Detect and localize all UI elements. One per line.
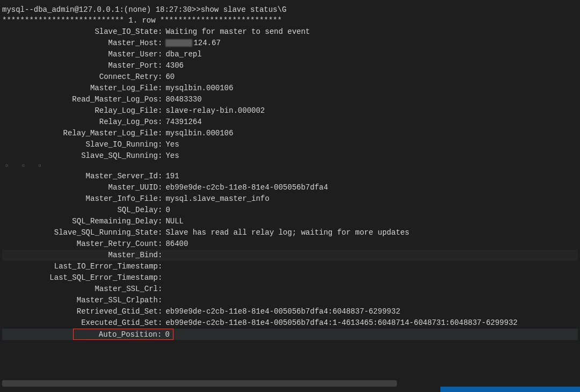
value [162,284,165,295]
row-last-io-error-ts: Last_IO_Error_Timestamp: [2,261,578,272]
value: eb99e9de-c2cb-11e8-81e4-005056b7dfa4:604… [162,306,400,317]
key: Master_Port [2,60,158,71]
key: SQL_Delay [2,205,158,216]
value: Slave has read all relay log; waiting fo… [162,227,409,238]
row-relay-log-pos: Relay_Log_Pos:74391264 [2,117,578,128]
value: 124.67 [162,38,220,49]
value: slave-relay-bin.000002 [162,105,265,117]
value: dba_repl [162,49,201,60]
key: Last_SQL_Error_Timestamp [2,272,158,284]
key: Relay_Log_File [2,105,158,117]
value: mysqlbin.000106 [162,83,233,94]
value [162,261,165,272]
key: Relay_Log_Pos [2,117,158,128]
key: Master_Info_File [2,193,158,205]
value [162,250,165,261]
key: Master_Host [2,38,158,49]
value: 60 [162,71,175,83]
value: 80483330 [162,94,201,105]
value: Yes [162,150,179,162]
row-executed-gtid-set: Executed_Gtid_Set:eb99e9de-c2cb-11e8-81e… [2,317,578,329]
value: 86400 [162,238,188,250]
key: Executed_Gtid_Set [2,317,158,329]
row-master-ssl-crlpath: Master_SSL_Crlpath: [2,295,578,306]
value: mysql.slave_master_info [162,193,269,205]
row-connect-retry: Connect_Retry:60 [2,71,578,83]
key: Slave_SQL_Running_State [2,227,158,238]
key: Master_UUID [2,182,158,193]
row-master-retry-count: Master_Retry_Count:86400 [2,238,578,250]
value: 4306 [162,60,184,71]
row-relay-log-file: Relay_Log_File:slave-relay-bin.000002 [2,105,578,117]
key: Master_Server_Id [2,171,158,182]
key: Auto_Position [74,329,157,340]
prompt-line: mysql--dba_admin@127.0.0.1:(none) 18:27:… [2,4,578,15]
row-sql-delay: SQL_Delay:0 [2,205,578,216]
ellipsis-separator: ○ ○ ○ [2,162,578,171]
row-auto-position-highlighted: Auto_Position:0 [73,329,173,340]
host-suffix: 124.67 [193,39,220,47]
key: Master_SSL_Crl [2,284,158,295]
row-master-uuid: Master_UUID:eb99e9de-c2cb-11e8-81e4-0050… [2,182,578,193]
row-master-host: Master_Host:124.67 [2,38,578,49]
key: Master_Log_File [2,83,158,94]
key: Retrieved_Gtid_Set [2,306,158,317]
value: 74391264 [162,117,201,128]
key: Connect_Retry [2,71,158,83]
row-master-user: Master_User:dba_repl [2,49,578,60]
value: eb99e9de-c2cb-11e8-81e4-005056b7dfa4 [162,182,328,193]
value: 0 [162,205,170,216]
key: Slave_IO_Running [2,139,158,150]
row-master-ssl-crl: Master_SSL_Crl: [2,284,578,295]
row-slave-sql-running-state: Slave_SQL_Running_State:Slave has read a… [2,227,578,238]
row-sql-remaining-delay: SQL_Remaining_Delay:NULL [2,216,578,227]
row-master-bind: Master_Bind: [2,250,578,261]
row-slave-io-running: Slave_IO_Running:Yes [2,139,578,150]
value: Yes [162,139,179,150]
row-slave-io-state: Slave_IO_State:Waiting for master to sen… [2,26,578,38]
redacted-ip [165,39,192,47]
key: Master_Retry_Count [2,238,158,250]
key: Relay_Master_Log_File [2,128,158,139]
key: Slave_IO_State [2,26,158,38]
row-retrieved-gtid-set: Retrieved_Gtid_Set:eb99e9de-c2cb-11e8-81… [2,306,578,317]
key: Master_SSL_Crlpath [2,295,158,306]
key: Master_User [2,49,158,60]
row-auto-position-wrapper: Auto_Position:0 [2,329,578,340]
row-slave-sql-running: Slave_SQL_Running:Yes [2,150,578,162]
row-master-log-file: Master_Log_File:mysqlbin.000106 [2,83,578,94]
key: Slave_SQL_Running [2,150,158,162]
row-master-server-id: Master_Server_Id:191 [2,171,578,182]
row-read-master-log-pos: Read_Master_Log_Pos:80483330 [2,94,578,105]
value: 191 [162,171,179,182]
status-bar-segment [440,387,580,392]
key: Last_IO_Error_Timestamp [2,261,158,272]
value [162,295,165,306]
row-separator: *************************** 1. row *****… [2,15,578,26]
value: eb99e9de-c2cb-11e8-81e4-005056b7dfa4:1-4… [162,317,517,329]
horizontal-scrollbar[interactable] [2,380,397,387]
key: Read_Master_Log_Pos [2,94,158,105]
value: NULL [162,216,184,227]
row-master-info-file: Master_Info_File:mysql.slave_master_info [2,193,578,205]
row-last-sql-error-ts: Last_SQL_Error_Timestamp: [2,272,578,284]
row-relay-master-log-file: Relay_Master_Log_File:mysqlbin.000106 [2,128,578,139]
key: SQL_Remaining_Delay [2,216,158,227]
row-master-port: Master_Port:4306 [2,60,578,71]
value: Waiting for master to send event [162,26,310,38]
value: mysqlbin.000106 [162,128,233,139]
value: 0 [162,330,169,339]
key: Master_Bind [2,250,158,261]
value [162,272,165,284]
